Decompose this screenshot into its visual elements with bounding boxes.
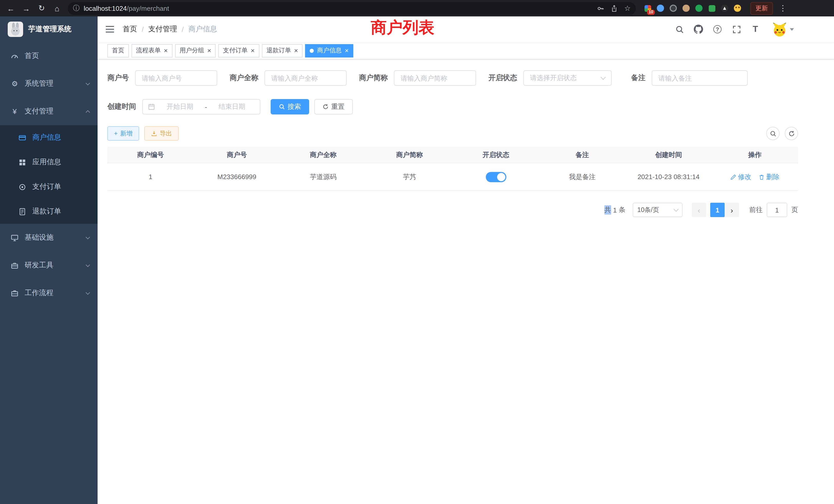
col-header-short-name: 商户简称 — [367, 150, 453, 159]
header-search-icon[interactable] — [674, 24, 685, 35]
reload-icon[interactable]: ↻ — [35, 2, 48, 15]
close-icon[interactable]: × — [164, 47, 168, 54]
close-icon[interactable]: × — [345, 47, 349, 54]
browser-update-button[interactable]: 更新 — [750, 2, 773, 15]
sidebar-logo[interactable]: 芋道管理系统 — [0, 17, 97, 42]
sidebar-item-workflow[interactable]: 工作流程 — [0, 279, 97, 307]
goto-page-input[interactable] — [767, 203, 787, 217]
url-bar[interactable]: ⓘ localhost:1024 /pay/merchant ☆ — [68, 2, 636, 15]
extension-icon-puzzle[interactable]: 10 — [643, 4, 652, 13]
remark-input[interactable] — [652, 70, 748, 86]
extension-icon-ring[interactable] — [668, 4, 678, 13]
col-header-index: 商户编号 — [107, 150, 194, 159]
reset-button[interactable]: 重置 — [314, 99, 353, 114]
create-time-label: 创建时间 — [107, 102, 142, 111]
page-jumper: 前往 页 — [749, 203, 798, 217]
sidebar-item-payment[interactable]: ¥ 支付管理 — [0, 97, 97, 125]
user-menu[interactable] — [772, 22, 794, 37]
extension-icon-smiley[interactable] — [733, 4, 742, 13]
cell-merchant-no: M233666999 — [194, 173, 280, 181]
full-name-label: 商户全称 — [229, 73, 264, 83]
cell-remark: 我是备注 — [539, 172, 625, 181]
merchant-no-label: 商户号 — [107, 73, 135, 83]
search-form-row-2: 创建时间 开始日期 - 结束日期 搜索 — [107, 99, 798, 114]
tab-process-form[interactable]: 流程表单× — [131, 44, 172, 57]
prev-page-button[interactable]: ‹ — [692, 203, 706, 217]
extension-icon-green-circle[interactable] — [694, 4, 704, 13]
close-icon[interactable]: × — [294, 47, 298, 54]
sidebar-item-pay-order[interactable]: 支付订单 — [0, 175, 97, 199]
extension-icon-drop[interactable] — [656, 4, 665, 13]
password-key-icon[interactable] — [597, 4, 605, 12]
add-button[interactable]: + 新增 — [107, 126, 139, 141]
breadcrumb-payment[interactable]: 支付管理 — [148, 25, 177, 34]
sidebar-item-label: 系统管理 — [25, 79, 53, 88]
sidebar-item-system[interactable]: ⚙ 系统管理 — [0, 70, 97, 97]
browser-menu-icon[interactable]: ⋮ — [779, 4, 787, 13]
hamburger-icon[interactable] — [97, 17, 122, 42]
sidebar-item-label: 应用信息 — [32, 158, 61, 167]
search-form-row-1: 商户号 商户全称 商户简称 开启状态 请选择开启状态 — [107, 70, 798, 86]
sidebar-item-refund-order[interactable]: 退款订单 — [0, 199, 97, 224]
cell-short-name: 芋艿 — [367, 172, 453, 181]
toggle-search-icon[interactable] — [766, 127, 780, 140]
chevron-down-icon — [86, 81, 90, 85]
sidebar-item-app-info[interactable]: 应用信息 — [0, 150, 97, 175]
back-icon[interactable]: ← — [4, 2, 18, 15]
avatar — [772, 22, 787, 37]
status-select[interactable]: 请选择开启状态 — [523, 70, 612, 86]
tab-pay-order[interactable]: 支付订单× — [218, 44, 259, 57]
export-button[interactable]: 导出 — [144, 126, 179, 141]
bookmark-star-icon[interactable]: ☆ — [624, 4, 631, 12]
url-host: localhost:1024 — [84, 4, 127, 12]
delete-link[interactable]: 删除 — [759, 172, 780, 181]
sidebar-item-label: 首页 — [25, 51, 39, 61]
forward-icon[interactable]: → — [20, 2, 33, 15]
search-button[interactable]: 搜索 — [271, 99, 309, 114]
help-icon[interactable]: ? — [712, 24, 723, 35]
sidebar-item-devtools[interactable]: 研发工具 — [0, 251, 97, 279]
page-size-select[interactable]: 10条/页 — [633, 203, 682, 217]
app-title: 芋道管理系统 — [28, 25, 71, 34]
sidebar-item-label: 支付订单 — [32, 182, 61, 191]
close-icon[interactable]: × — [250, 47, 255, 54]
edit-link[interactable]: 修改 — [730, 172, 751, 181]
fullscreen-icon[interactable] — [731, 24, 742, 35]
short-name-input[interactable] — [394, 70, 476, 86]
home-icon[interactable]: ⌂ — [50, 2, 64, 15]
cell-actions: 修改 删除 — [712, 172, 798, 181]
sidebar-item-infra[interactable]: 基础设施 — [0, 224, 97, 251]
close-icon[interactable]: × — [207, 47, 211, 54]
share-icon[interactable] — [611, 4, 618, 12]
tab-home[interactable]: 首页 — [107, 44, 129, 57]
tab-user-group[interactable]: 用户分组× — [175, 44, 216, 57]
font-size-icon[interactable]: T — [750, 24, 761, 35]
status-toggle[interactable] — [486, 172, 506, 182]
filter-short-name: 商户简称 — [359, 70, 476, 86]
merchant-no-input[interactable] — [135, 70, 217, 86]
sidebar-item-label: 商户信息 — [32, 133, 61, 142]
chevron-up-icon — [86, 110, 90, 115]
full-name-input[interactable] — [264, 70, 347, 86]
extension-icon-green-square[interactable] — [707, 4, 717, 13]
table-tools — [766, 127, 798, 140]
extension-icon-avatar[interactable] — [681, 4, 691, 13]
page-number-1[interactable]: 1 — [710, 203, 725, 217]
screen: ← → ↻ ⌂ ⓘ localhost:1024 /pay/merchant ☆… — [0, 0, 834, 504]
breadcrumb: 首页 / 支付管理 / 商户信息 — [123, 25, 217, 34]
grid-icon — [19, 158, 26, 166]
table-header-row: 商户编号 商户号 商户全称 商户简称 开启状态 备注 创建时间 操作 — [107, 147, 798, 163]
extension-icon-pinwheel[interactable] — [720, 4, 729, 13]
next-page-button[interactable]: › — [725, 203, 739, 217]
tab-refund-order[interactable]: 退款订单× — [262, 44, 303, 57]
refresh-icon[interactable] — [785, 127, 798, 140]
omnibox-actions: ☆ — [597, 4, 631, 12]
sidebar-item-merchant-info[interactable]: 商户信息 — [0, 125, 97, 150]
date-range-picker[interactable]: 开始日期 - 结束日期 — [142, 99, 260, 114]
breadcrumb-home[interactable]: 首页 — [123, 25, 137, 34]
site-info-icon[interactable]: ⓘ — [73, 4, 80, 13]
sidebar-item-home[interactable]: 首页 — [0, 42, 97, 70]
github-icon[interactable] — [693, 24, 704, 35]
tab-merchant-info[interactable]: 商户信息× — [305, 44, 353, 57]
breadcrumb-separator: / — [182, 25, 184, 33]
